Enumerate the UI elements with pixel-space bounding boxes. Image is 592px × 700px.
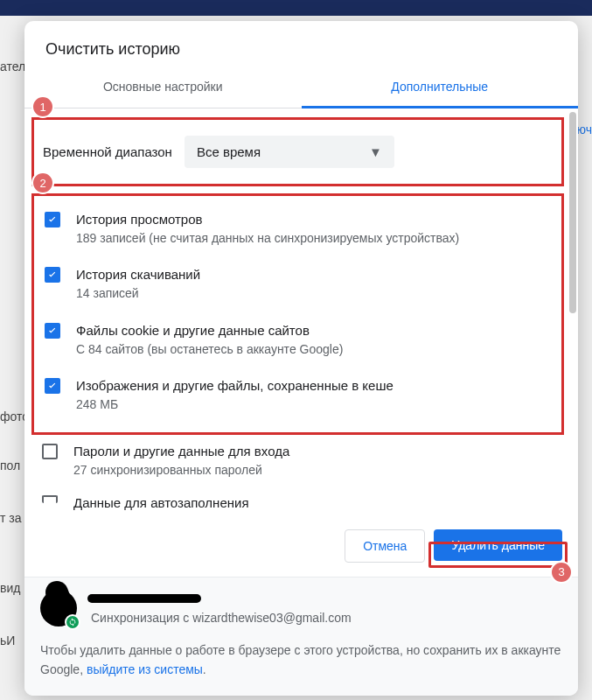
- sign-out-link[interactable]: выйдите из системы: [87, 662, 203, 676]
- item-title: Пароли и другие данные для входа: [73, 442, 289, 460]
- dialog-footer: Синхронизация с wizardthewise03@gmail.co…: [24, 577, 578, 696]
- tab-basic[interactable]: Основные настройки: [24, 69, 302, 108]
- bg-text: вид: [0, 581, 20, 595]
- item-title: Изображения и другие файлы, сохраненные …: [76, 376, 394, 395]
- profile-row: Синхронизация с wizardthewise03@gmail.co…: [40, 590, 562, 626]
- time-range-value: Все время: [197, 144, 261, 159]
- scrollbar-thumb[interactable]: [569, 112, 576, 313]
- checkbox[interactable]: [45, 323, 60, 339]
- unchecked-items-group: Пароли и другие данные для входа 27 синх…: [24, 435, 571, 512]
- item-title: Данные для автозаполнения: [73, 494, 249, 512]
- time-range-row: Временной диапазон Все время ▼: [31, 117, 564, 186]
- annotation-badge-1: 1: [31, 95, 54, 118]
- bg-text: ьИ: [0, 634, 15, 648]
- item-cached-images[interactable]: Изображения и другие файлы, сохраненные …: [45, 368, 551, 423]
- avatar: [40, 590, 77, 626]
- checkbox-partial[interactable]: [42, 495, 58, 503]
- item-download-history[interactable]: История скачиваний 14 записей: [45, 256, 551, 312]
- checkbox[interactable]: [45, 267, 60, 283]
- item-subtitle: 248 МБ: [76, 395, 394, 414]
- checked-items-group: История просмотров 189 записей (не счита…: [31, 193, 564, 435]
- item-passwords[interactable]: Пароли и другие данные для входа 27 синх…: [42, 435, 554, 486]
- cancel-button[interactable]: Отмена: [345, 529, 425, 563]
- profile-sync-line: Синхронизация с wizardthewise03@gmail.co…: [91, 611, 352, 625]
- sync-status-icon: [65, 614, 80, 630]
- dialog-content: Временной диапазон Все время ▼ 2 История…: [24, 108, 578, 512]
- dialog-title: Очистить историю: [24, 21, 578, 69]
- footer-note: Чтобы удалить данные о работе в браузере…: [40, 640, 562, 680]
- footer-text: .: [203, 662, 206, 676]
- tabs: Основные настройки Дополнительные 1: [24, 69, 578, 108]
- time-range-select[interactable]: Все время ▼: [185, 136, 394, 168]
- scrollbar[interactable]: [569, 112, 576, 512]
- time-range-label: Временной диапазон: [43, 144, 172, 159]
- bg-text: пол: [0, 458, 20, 472]
- annotation-badge-3: 3: [550, 561, 573, 584]
- clear-history-dialog: Очистить историю Основные настройки Допо…: [24, 21, 578, 696]
- delete-data-button[interactable]: Удалить данные: [434, 529, 562, 561]
- item-subtitle: 189 записей (не считая данных на синхрон…: [76, 228, 459, 248]
- annotation-badge-2: 2: [31, 172, 54, 194]
- checkbox[interactable]: [45, 378, 60, 394]
- chevron-down-icon: ▼: [369, 144, 382, 159]
- checkbox[interactable]: [42, 444, 58, 459]
- item-browsing-history[interactable]: История просмотров 189 записей (не счита…: [45, 201, 551, 256]
- profile-name-redacted: [91, 591, 352, 606]
- item-subtitle: 14 записей: [76, 284, 200, 303]
- window-titlebar: [0, 0, 592, 16]
- item-title: История просмотров: [76, 210, 459, 228]
- item-subtitle: С 84 сайтов (вы останетесь в аккаунте Go…: [76, 340, 343, 359]
- dialog-buttons: Отмена Удалить данные 3: [24, 512, 578, 577]
- bg-text: т за: [0, 511, 22, 525]
- tab-advanced[interactable]: Дополнительные: [302, 69, 579, 108]
- item-autofill[interactable]: Данные для автозаполнения: [42, 486, 554, 512]
- checkbox[interactable]: [45, 212, 60, 228]
- item-cookies[interactable]: Файлы cookie и другие данные сайтов С 84…: [45, 312, 551, 368]
- item-title: История скачиваний: [76, 265, 200, 284]
- item-subtitle: 27 синхронизированных паролей: [73, 460, 289, 480]
- item-title: Файлы cookie и другие данные сайтов: [76, 321, 343, 340]
